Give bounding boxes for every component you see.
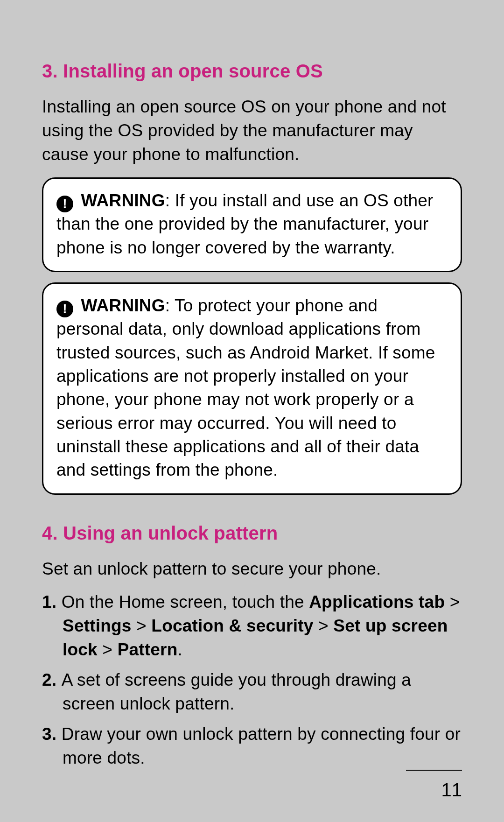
warning-label: WARNING (81, 191, 165, 210)
ui-path-segment: Applications tab (309, 592, 445, 611)
ui-path-segment: Location & security (151, 616, 313, 635)
step-number: 3. (42, 724, 62, 744)
section-heading: 3. Installing an open source OS (42, 61, 462, 82)
warning-box: ! WARNING: To protect your phone and per… (42, 282, 462, 495)
section-unlock-pattern: 4. Using an unlock pattern Set an unlock… (42, 523, 462, 770)
step-number: 1. (42, 592, 62, 611)
section-heading: 4. Using an unlock pattern (42, 523, 462, 544)
warning-text: : To protect your phone and personal dat… (56, 296, 435, 479)
page-number: 11 (441, 780, 462, 801)
step-text: Draw your own unlock pattern by connecti… (62, 724, 461, 767)
manual-page: 3. Installing an open source OS Installi… (0, 0, 504, 770)
step-text: A set of screens guide you through drawi… (62, 670, 411, 713)
warning-icon: ! (56, 196, 73, 212)
intro-paragraph: Installing an open source OS on your pho… (42, 95, 462, 166)
step-item: 2. A set of screens guide you through dr… (42, 668, 462, 716)
step-text: On the Home screen, touch the (62, 592, 309, 611)
section-installing-os: 3. Installing an open source OS Installi… (42, 61, 462, 495)
step-item: 3. Draw your own unlock pattern by conne… (42, 722, 462, 770)
ui-path-segment: Settings (63, 616, 132, 635)
step-item: 1. On the Home screen, touch the Applica… (42, 590, 462, 661)
warning-icon: ! (56, 301, 73, 317)
warning-label: WARNING (81, 296, 165, 315)
step-number: 2. (42, 670, 62, 689)
page-number-rule (406, 770, 462, 771)
intro-paragraph: Set an unlock pattern to secure your pho… (42, 557, 462, 581)
warning-box: ! WARNING: If you install and use an OS … (42, 177, 462, 272)
ui-path-segment: Pattern (118, 640, 178, 659)
